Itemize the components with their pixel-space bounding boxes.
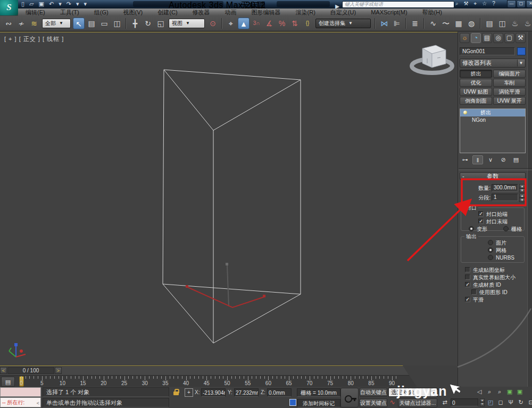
pan-hand-icon[interactable]: Ψ xyxy=(506,398,515,406)
zoom-region-icon[interactable]: ◰ xyxy=(486,398,495,406)
redo-icon[interactable]: ↷ xyxy=(66,1,71,7)
favorites-star-icon[interactable]: ☆ xyxy=(482,1,487,7)
collapse-icon[interactable]: - xyxy=(462,173,464,180)
param-field-1[interactable]: 1 xyxy=(492,194,518,201)
orbit-icon[interactable]: ↻ xyxy=(517,398,525,406)
menu-7[interactable]: 图形编辑器 xyxy=(244,9,288,16)
radio[interactable] xyxy=(488,240,493,245)
menu-4[interactable]: 创建(C) xyxy=(150,9,185,16)
make-unique-icon[interactable]: ∨ xyxy=(485,155,496,164)
chevron-down-icon[interactable]: ▼ xyxy=(517,60,525,66)
selection-filter-dropdown[interactable]: 全部▼ xyxy=(42,19,71,28)
x-coordinate-field[interactable]: -213.904mm xyxy=(201,388,226,397)
select-and-scale-icon[interactable]: ◱ xyxy=(155,18,167,29)
menu-10[interactable]: MAXScript(M) xyxy=(363,9,414,16)
material-editor-icon[interactable]: ◍ xyxy=(466,18,477,29)
render-production-icon[interactable]: ♨ xyxy=(509,18,521,29)
modifier-button-3[interactable]: 车削 xyxy=(493,79,526,87)
tab-utilities[interactable]: ⚒ xyxy=(516,33,526,43)
select-and-manipulate-icon[interactable]: ⌖ xyxy=(225,18,237,29)
next-frame-button[interactable]: > xyxy=(55,367,62,374)
curve-editor-icon[interactable]: 〜 xyxy=(440,18,452,29)
create-selection-set-dropdown[interactable]: 创建选择集▼ xyxy=(315,19,371,28)
listener-scroll-arrow[interactable]: < xyxy=(37,399,39,408)
select-object-icon[interactable]: ↖ xyxy=(73,18,85,29)
frame-spinner[interactable]: ▲▼ xyxy=(480,398,485,406)
new-key-curve-icon[interactable]: ∿ xyxy=(388,398,396,406)
radio[interactable] xyxy=(488,247,493,253)
select-by-name-icon[interactable]: ▤ xyxy=(86,18,97,29)
tab-display[interactable]: ▢ xyxy=(504,33,514,43)
bind-to-spacewarp-icon[interactable]: ≋ xyxy=(28,18,40,29)
checkbox[interactable] xyxy=(465,297,470,302)
tab-create[interactable]: ☼ xyxy=(460,33,470,43)
modifier-button-7[interactable]: UVW 展开 xyxy=(493,97,526,105)
open-file-icon[interactable]: ▱ xyxy=(29,1,34,7)
radio[interactable] xyxy=(488,255,493,260)
absolute-offset-toggle-icon[interactable]: + xyxy=(185,388,193,397)
spinner-snap-icon[interactable]: ⇅ xyxy=(289,18,301,29)
menu-3[interactable]: 视图(V) xyxy=(116,9,151,16)
zoom-all-icon[interactable]: ⌕ xyxy=(495,387,504,396)
auto-key-button[interactable]: 自动关键点 xyxy=(360,388,387,397)
undo-icon[interactable]: ↶ xyxy=(49,1,54,7)
reference-coordinate-dropdown[interactable]: 视图▼ xyxy=(169,19,205,28)
application-menu-button[interactable]: S xyxy=(0,0,18,15)
modifier-list-dropdown[interactable]: 修改器列表▼ xyxy=(460,59,526,68)
checkbox[interactable] xyxy=(465,274,470,280)
schematic-view-icon[interactable]: ▦ xyxy=(453,18,464,29)
menu-6[interactable]: 动画 xyxy=(218,9,244,16)
maximize-button[interactable]: ▢ xyxy=(517,0,526,8)
audio-toggle-icon[interactable]: ◁ xyxy=(475,387,484,396)
menu-9[interactable]: 自定义(U) xyxy=(323,9,363,16)
mini-curve-editor-button[interactable]: ▤ xyxy=(1,377,15,387)
modifier-button-6[interactable]: 倒角剖面 xyxy=(460,97,492,105)
time-ruler[interactable]: 051015202530354045505560657075808590 xyxy=(0,375,426,388)
use-pivot-center-icon[interactable]: ⊙ xyxy=(207,18,219,29)
time-tag-icon[interactable] xyxy=(289,399,296,406)
mirror-icon[interactable]: ⋈ xyxy=(378,18,390,29)
select-and-rotate-icon[interactable]: ↻ xyxy=(142,18,154,29)
viewport-label[interactable]: [ + ] [ 正交 ] [ 线框 ] xyxy=(4,35,64,43)
zoom-extents-icon[interactable]: ▣ xyxy=(505,387,514,396)
bulb-icon[interactable] xyxy=(463,111,467,114)
wrench-icon[interactable]: ⚒ xyxy=(464,1,469,7)
checkbox[interactable] xyxy=(478,219,484,224)
modifier-button-4[interactable]: UVW 贴图 xyxy=(460,88,492,96)
object-color-swatch[interactable] xyxy=(517,47,526,55)
param-field-0[interactable]: 300.0mm xyxy=(492,184,518,191)
chevron-down-icon[interactable]: ▼ xyxy=(348,20,353,27)
field-of-view-icon[interactable]: ◻ xyxy=(496,398,505,406)
graphite-ribbon-icon[interactable]: ∿ xyxy=(427,18,439,29)
checkbox[interactable] xyxy=(465,282,470,287)
object-name-field[interactable]: NGon001 xyxy=(460,47,515,55)
y-coordinate-field[interactable]: 27.232mm xyxy=(234,388,259,397)
remove-modifier-icon[interactable]: ⊘ xyxy=(498,155,509,164)
help-icon[interactable]: ? xyxy=(492,1,495,7)
set-key-button[interactable] xyxy=(340,388,359,407)
modifier-button-1[interactable]: 编辑面片 xyxy=(493,70,526,78)
menu-11[interactable]: 帮助(H) xyxy=(415,9,450,16)
menu-0[interactable]: 编辑(E) xyxy=(18,9,53,16)
menu-5[interactable]: 修改器 xyxy=(185,9,218,16)
show-end-result-icon[interactable]: ‖ xyxy=(472,155,483,164)
chevron-down-icon[interactable]: ▼ xyxy=(186,20,190,27)
checkbox[interactable] xyxy=(478,211,484,217)
unlink-selection-icon[interactable]: ≁ xyxy=(15,18,27,29)
rendered-frame-icon[interactable]: ◫ xyxy=(496,18,508,29)
percent-snap-icon[interactable]: % xyxy=(276,18,288,29)
viewport[interactable] xyxy=(0,32,458,365)
snap-toggle-icon[interactable]: ▲ xyxy=(238,18,250,29)
chevron-down-icon[interactable]: ▼ xyxy=(59,20,63,27)
key-mode-toggle-icon[interactable]: ⇄ xyxy=(440,398,449,406)
track-bar[interactable]: < 0 / 100 > xyxy=(0,367,426,375)
command-panel-scrollbar[interactable] xyxy=(527,32,532,408)
render-iterative-icon[interactable]: ♨ xyxy=(522,18,532,29)
redo-caret-icon[interactable]: ▾ xyxy=(76,1,79,7)
save-file-icon[interactable]: ▣ xyxy=(39,1,44,7)
menu-2[interactable]: 组(G) xyxy=(87,9,116,16)
checkbox[interactable] xyxy=(465,267,470,272)
toolbar-options-caret-icon[interactable]: ▾ xyxy=(84,1,87,7)
undo-caret-icon[interactable]: ▾ xyxy=(59,1,62,7)
maxscript-listener[interactable]: -- 所在行:< xyxy=(0,397,41,407)
